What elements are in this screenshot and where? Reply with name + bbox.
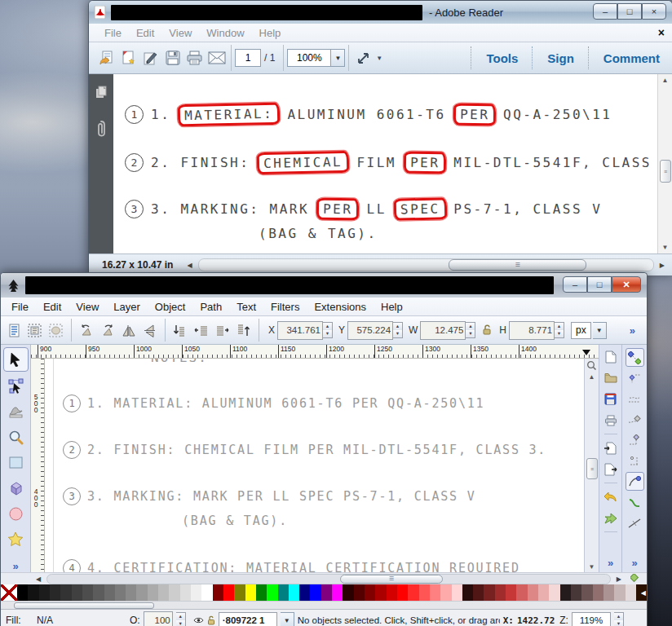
palette-swatch[interactable] <box>50 584 60 601</box>
palette-swatch[interactable] <box>365 584 375 601</box>
snap-bbox-edges-button[interactable] <box>626 390 643 408</box>
palette-swatch[interactable] <box>72 584 82 601</box>
palette-swatch[interactable] <box>267 584 277 601</box>
palette-swatch[interactable] <box>223 584 234 601</box>
canvas-horizontal-scrollbar[interactable]: ◀ ☰ ▶ <box>1 572 647 584</box>
print-document-button[interactable] <box>602 412 619 429</box>
menu-edit[interactable]: Edit <box>36 298 69 315</box>
hscroll-right-icon[interactable]: ▶ <box>614 575 624 583</box>
menu-path[interactable]: Path <box>192 298 229 315</box>
adobe-horizontal-scrollbar[interactable]: ☰ <box>198 258 654 271</box>
rotate-ccw-button[interactable] <box>77 320 96 341</box>
w-spinner[interactable]: ▲▼ <box>466 322 475 338</box>
layer-visibility-eye-icon[interactable] <box>193 616 204 624</box>
palette-swatch[interactable] <box>560 584 571 601</box>
palette-swatch[interactable] <box>115 584 126 601</box>
h-spinner[interactable]: ▲▼ <box>555 322 564 338</box>
scrollbar-thumb[interactable]: ☰ <box>449 259 586 271</box>
snap-enable-button[interactable] <box>626 348 644 367</box>
scroll-up-icon[interactable]: ▲ <box>585 373 599 381</box>
tool-node-editor[interactable] <box>4 374 28 397</box>
palette-swatch[interactable] <box>452 584 462 601</box>
export-button[interactable] <box>602 461 619 478</box>
hscroll-left-icon[interactable]: ◀ <box>184 262 194 269</box>
palette-swatch[interactable] <box>39 584 50 601</box>
menu-filters[interactable]: Filters <box>263 298 307 315</box>
palette-swatch[interactable] <box>462 584 473 601</box>
palette-scroll-right-icon[interactable]: ◀ <box>641 589 646 597</box>
palette-swatch[interactable] <box>538 584 549 601</box>
current-layer-select[interactable]: ·809722 1 <box>219 612 277 626</box>
tool-star[interactable] <box>4 528 28 551</box>
unit-dropdown-button[interactable]: ▼ <box>593 322 607 339</box>
layer-dropdown-button[interactable]: ▼ <box>281 612 294 626</box>
minimize-button[interactable]: – <box>593 3 617 20</box>
palette-swatch[interactable] <box>495 584 506 601</box>
menu-edit[interactable]: Edit <box>129 24 161 42</box>
menu-file[interactable]: File <box>97 24 129 42</box>
palette-swatch[interactable] <box>332 584 343 601</box>
scrollbar-thumb[interactable]: ≡ <box>660 160 671 183</box>
menu-file[interactable]: File <box>4 298 36 315</box>
palette-swatch[interactable] <box>245 584 256 601</box>
close-document-icon[interactable]: × <box>658 26 665 39</box>
open-button[interactable] <box>95 46 117 69</box>
scrollbar-thumb[interactable]: ≡ <box>586 458 598 479</box>
x-spinner[interactable]: ▲▼ <box>323 322 333 338</box>
page-thumbnails-icon[interactable] <box>95 86 108 99</box>
hscroll-right-icon[interactable]: ▶ <box>657 262 667 269</box>
menu-view[interactable]: View <box>161 24 199 42</box>
print-button[interactable] <box>183 46 206 69</box>
palette-swatch[interactable] <box>549 584 559 601</box>
lower-to-bottom-button[interactable] <box>170 320 190 341</box>
palette-swatch[interactable] <box>299 584 310 601</box>
import-button[interactable] <box>602 439 619 456</box>
scroll-down-icon[interactable]: ▼ <box>585 563 599 571</box>
minimize-button[interactable]: – <box>563 276 587 293</box>
menu-object[interactable]: Object <box>148 298 193 315</box>
raise-button[interactable] <box>213 320 232 341</box>
commands-overflow-chevron[interactable]: » <box>608 557 613 569</box>
lock-ratio-icon[interactable] <box>482 324 492 336</box>
sign-panel-button[interactable]: Sign <box>535 51 586 65</box>
snap-bbox-corners-button[interactable] <box>626 411 643 428</box>
inkscape-canvas[interactable]: NOTES: 1 1. MATERIAL: ALUMINUM 6061-T6 P… <box>45 359 584 572</box>
palette-swatch[interactable] <box>289 584 299 601</box>
palette-swatch[interactable] <box>321 584 332 601</box>
palette-swatch[interactable] <box>516 584 527 601</box>
save-button[interactable] <box>161 46 183 69</box>
canvas-vertical-scrollbar[interactable]: ▲ ≡ ▼ <box>584 359 599 572</box>
palette-swatch[interactable] <box>148 584 158 601</box>
zoom-level-input[interactable] <box>288 51 330 64</box>
new-document-button[interactable] <box>602 348 619 365</box>
loupe-corner-icon[interactable] <box>586 360 597 371</box>
palette-swatch[interactable] <box>201 584 212 601</box>
tool-ellipse[interactable] <box>4 502 28 525</box>
close-button[interactable]: ✕ <box>612 276 641 293</box>
tools-panel-button[interactable]: Tools <box>474 51 530 65</box>
menu-text[interactable]: Text <box>229 298 263 315</box>
palette-swatch[interactable] <box>354 584 365 601</box>
palette-swatch[interactable] <box>158 584 169 601</box>
palette-swatch[interactable] <box>593 584 603 601</box>
scroll-up-icon[interactable]: ▲ <box>658 77 672 84</box>
palette-swatch[interactable] <box>278 584 289 601</box>
menu-extensions[interactable]: Extensions <box>307 298 374 315</box>
palette-swatch[interactable] <box>397 584 408 601</box>
palette-swatch[interactable] <box>310 584 321 601</box>
snap-overflow-chevron[interactable]: » <box>631 557 637 569</box>
pdf-page[interactable]: 1 1. MATERIAL: ALUMINUM 6061-T6 PER QQ-A… <box>113 74 657 253</box>
adobe-titlebar[interactable]: - Adobe Reader – □ × <box>89 1 672 24</box>
snap-midpoints-button[interactable] <box>626 514 643 531</box>
email-button[interactable] <box>206 46 228 69</box>
w-input[interactable] <box>420 321 466 340</box>
palette-swatch[interactable] <box>82 584 93 601</box>
lower-button[interactable] <box>192 320 211 341</box>
palette-swatch[interactable] <box>473 584 484 601</box>
palette-swatch[interactable] <box>614 584 625 601</box>
tool-selector[interactable] <box>3 347 29 372</box>
adobe-vertical-scrollbar[interactable]: ▲ ≡ ▼ <box>657 74 672 253</box>
menu-window[interactable]: Window <box>199 24 251 42</box>
toolbox-overflow-chevron[interactable]: » <box>12 560 18 572</box>
undo-button[interactable] <box>602 488 619 505</box>
